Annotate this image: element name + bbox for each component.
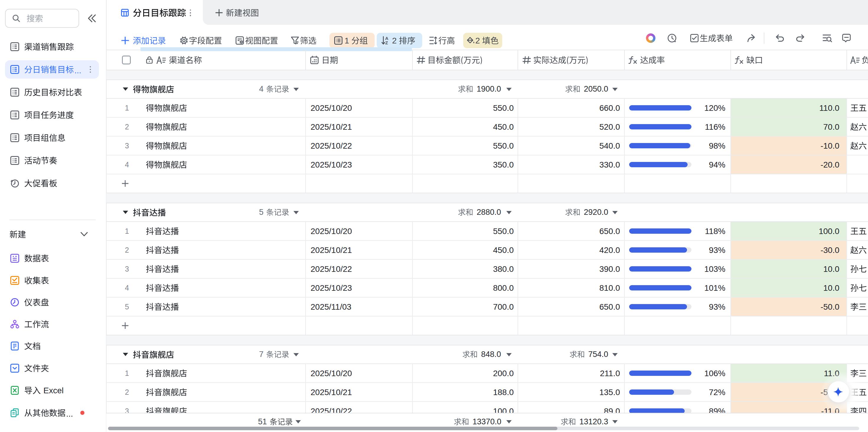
svg-text:Z: Z (385, 40, 388, 45)
